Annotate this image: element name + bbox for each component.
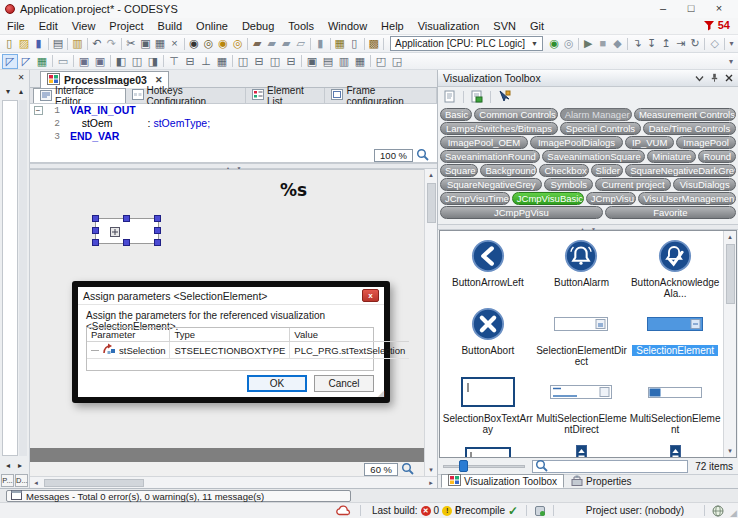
category-special-controls[interactable]: Special Controls bbox=[560, 122, 641, 135]
category-lamps-switches-bitmaps[interactable]: Lamps/Switches/Bitmaps bbox=[440, 122, 558, 135]
insert-element-pointer-icon[interactable] bbox=[496, 89, 512, 104]
menu-debug[interactable]: Debug bbox=[235, 19, 281, 33]
category-jcmpvisu[interactable]: JCmpVisu bbox=[586, 192, 636, 205]
category-ip-vum[interactable]: IP_VUM bbox=[625, 136, 674, 149]
open-project-icon[interactable]: ▨ bbox=[17, 36, 32, 51]
toolbox-item-partial-10[interactable] bbox=[535, 437, 629, 457]
cloud-sync-icon[interactable] bbox=[336, 503, 351, 518]
category-background[interactable]: Background bbox=[480, 164, 537, 177]
category-imagepool[interactable]: ImagePool bbox=[676, 136, 736, 149]
library-manager-icon[interactable]: ▦ bbox=[333, 36, 348, 51]
category-visuusermanagement[interactable]: VisuUserManagement bbox=[638, 192, 736, 205]
category-saveanimationsquare[interactable]: SaveanimationSquare bbox=[542, 150, 645, 163]
step-into-icon[interactable]: ↧ bbox=[644, 36, 659, 51]
toolbox-item-partial-9[interactable] bbox=[441, 437, 535, 457]
canvas-vertical-scrollbar[interactable]: ▴ ▾ bbox=[424, 169, 437, 476]
application-selector[interactable]: Application [CPU: PLC Logic]▼ bbox=[390, 36, 543, 51]
select-tool-icon[interactable]: ◸ bbox=[2, 54, 18, 69]
canvas-zoom-level[interactable]: 60 % bbox=[364, 463, 398, 476]
toolbox-item-multiselectionelement[interactable]: MultiSelectionElement bbox=[628, 369, 722, 437]
toolbox-scrollbar[interactable]: ▴ ▾ bbox=[723, 231, 736, 457]
send-backward-icon[interactable]: ▦ bbox=[352, 54, 368, 69]
selection-handle[interactable] bbox=[92, 227, 99, 234]
canvas-horizontal-scrollbar[interactable]: ◂ ▸ bbox=[30, 476, 437, 488]
toolbox-item-selectionelementdirect[interactable]: SelectionElementDirect bbox=[535, 301, 629, 369]
category-common-controls[interactable]: Common Controls bbox=[474, 108, 557, 121]
menu-window[interactable]: Window bbox=[321, 19, 374, 33]
start-icon[interactable]: ▶ bbox=[581, 36, 596, 51]
logout-icon[interactable]: ◎ bbox=[562, 36, 577, 51]
messages-tab[interactable]: Messages - Total 0 error(s), 0 warning(s… bbox=[6, 490, 351, 502]
selection-handle[interactable] bbox=[154, 227, 161, 234]
interface-zoom-level[interactable]: 100 % bbox=[374, 149, 413, 162]
save-all-icon[interactable]: ▮ bbox=[313, 36, 328, 51]
bring-forward-icon[interactable]: ▥ bbox=[336, 54, 352, 69]
window-resize-grip[interactable]: ◢ bbox=[730, 508, 737, 518]
frame-element-icon[interactable]: ▭ bbox=[55, 54, 71, 69]
interface-code-editor[interactable]: −1VAR_IN_OUT2 stOem : stOemType;3END_VAR bbox=[30, 104, 437, 148]
toolbox-item-multiselectionelementdirect[interactable]: MultiSelectionElementDirect bbox=[535, 369, 629, 437]
stop-icon[interactable]: ■ bbox=[596, 36, 611, 51]
selection-handle[interactable] bbox=[92, 239, 99, 246]
menu-online[interactable]: Online bbox=[189, 19, 235, 33]
category-imagepool-oem[interactable]: ImagePool_OEM bbox=[440, 136, 528, 149]
ok-button[interactable]: OK bbox=[247, 375, 307, 392]
panel-menu-chevron-icon[interactable] bbox=[695, 72, 704, 84]
panel-tab-visualization-toolbox[interactable]: Visualization Toolbox bbox=[441, 474, 564, 488]
make-same-width-icon[interactable]: ◫ bbox=[267, 54, 283, 69]
selection-handle[interactable] bbox=[154, 239, 161, 246]
menu-git[interactable]: Git bbox=[523, 19, 551, 33]
selection-handle[interactable] bbox=[154, 215, 161, 222]
menu-view[interactable]: View bbox=[65, 19, 103, 33]
align-top-icon[interactable]: ⊤ bbox=[166, 54, 182, 69]
copy-visualization-icon[interactable] bbox=[442, 89, 458, 104]
distribute-horizontally-icon[interactable]: ◫ bbox=[235, 54, 251, 69]
cancel-button[interactable]: Cancel bbox=[314, 375, 374, 392]
bring-to-front-icon[interactable]: ▣ bbox=[304, 54, 320, 69]
panel-close-icon[interactable]: ✕ bbox=[15, 72, 27, 84]
single-cycle-icon[interactable]: ◇ bbox=[707, 36, 722, 51]
rail-scroll-right-icon[interactable]: ▸ bbox=[14, 460, 26, 472]
category-round[interactable]: Round bbox=[698, 150, 736, 163]
menu-tools[interactable]: Tools bbox=[281, 19, 321, 33]
align-bottom-icon[interactable]: ⊥ bbox=[198, 54, 214, 69]
find-next-icon[interactable]: ◎ bbox=[201, 36, 216, 51]
dialog-close-button[interactable]: x bbox=[362, 289, 379, 302]
panel-pin-icon[interactable] bbox=[710, 72, 719, 84]
toolbox-item-buttonalarm[interactable]: ButtonAlarm bbox=[535, 233, 629, 301]
category-checkbox[interactable]: Checkbox bbox=[539, 164, 588, 177]
bookmark-next-icon[interactable]: ▰ bbox=[264, 36, 279, 51]
subtab-frame-configuration[interactable]: Frame configuration bbox=[325, 88, 437, 103]
category-jcmpvisubasic[interactable]: JCmpVisuBasic bbox=[512, 192, 584, 205]
notification-filter-icon[interactable] bbox=[703, 20, 715, 31]
canvas-magnifier-icon[interactable] bbox=[401, 462, 414, 477]
tab-close-icon[interactable]: ✕ bbox=[155, 75, 163, 85]
ungroup-icon[interactable]: ◲ bbox=[389, 54, 405, 69]
category-date-time-controls[interactable]: Date/Time Controls bbox=[643, 122, 736, 135]
scroll-up-icon[interactable]: ▴ bbox=[425, 169, 437, 181]
category-measurement-controls[interactable]: Measurement Controls bbox=[634, 108, 736, 121]
toolbar-overflow-icon[interactable]: ▾ bbox=[726, 57, 736, 66]
dialog-resize-grip[interactable]: ◢ bbox=[378, 389, 384, 398]
delete-icon[interactable]: × bbox=[167, 36, 182, 51]
menu-svn[interactable]: SVN bbox=[486, 19, 523, 33]
panel-scroll-up-icon[interactable]: ▴ bbox=[15, 86, 27, 98]
subtab-element-list[interactable]: Element List bbox=[246, 88, 325, 103]
menu-edit[interactable]: Edit bbox=[32, 19, 65, 33]
slider-thumb[interactable] bbox=[459, 460, 468, 472]
align-left-icon[interactable]: ◧ bbox=[113, 54, 129, 69]
save-group-icon[interactable]: ▣ bbox=[76, 54, 92, 69]
copy-icon[interactable]: ▣ bbox=[138, 36, 153, 51]
category-squarenegativegrey[interactable]: SquareNegativeGrey bbox=[440, 178, 542, 191]
menu-file[interactable]: File bbox=[0, 19, 32, 33]
paste-icon[interactable]: ▦ bbox=[153, 36, 168, 51]
step-out-icon[interactable]: ↥ bbox=[659, 36, 674, 51]
menu-build[interactable]: Build bbox=[151, 19, 189, 33]
rail-scroll-left-icon[interactable]: ◂ bbox=[2, 460, 14, 472]
category-squarenegativedarkgrey[interactable]: SquareNegativeDarkGrey bbox=[625, 164, 736, 177]
distribute-vertically-icon[interactable]: ⊟ bbox=[251, 54, 267, 69]
close-button[interactable]: × bbox=[705, 1, 733, 17]
new-object-icon[interactable]: ▯ bbox=[347, 36, 362, 51]
bookmark-toggle-icon[interactable]: ▰ bbox=[250, 36, 265, 51]
category-jcmppgvisu[interactable]: JCmpPgVisu bbox=[440, 206, 603, 219]
